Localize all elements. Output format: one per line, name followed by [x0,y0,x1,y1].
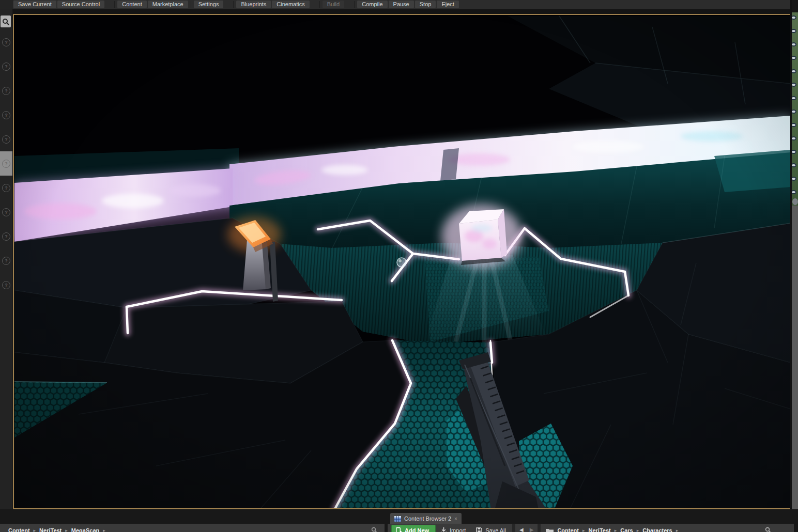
eye-icon[interactable] [792,42,796,46]
search-icon [2,18,9,25]
back-button[interactable]: ◀ [516,524,527,532]
chevron-right-icon: ▸ [676,527,679,532]
build-button: Build [323,1,344,8]
eye-icon[interactable] [792,190,796,194]
pie-toolbar: Save Current Source Control Content Mark… [13,0,792,9]
eye-icon[interactable] [792,150,796,154]
crumb-neritest[interactable]: NeriTest [39,527,62,532]
crumb-neritest[interactable]: NeriTest [588,527,610,532]
search-tab-button[interactable] [1,15,11,27]
chevron-right-icon: ▸ [637,527,639,532]
chevron-right-icon: ▸ [103,527,105,532]
import-icon [441,527,447,532]
toolbar-corner [0,0,13,9]
close-tab-icon[interactable]: × [454,516,457,522]
forward-button: ▶ [527,524,537,532]
eject-button[interactable]: Eject [437,1,458,8]
tab-label: Content Browser 2 [404,515,451,522]
blueprints-button[interactable]: Blueprints [236,1,271,8]
eye-icon[interactable] [792,56,796,60]
pause-button[interactable]: Pause [389,1,414,8]
crumb-cars[interactable]: Cars [620,527,633,532]
crumb-characters[interactable]: Characters [642,527,672,532]
help-icon: ? [2,62,10,71]
crumb-megascan[interactable]: MegaScan [71,527,99,532]
folder-icon [546,528,554,532]
collapsed-tab[interactable]: ? [0,200,12,224]
cinematics-button[interactable]: Cinematics [272,1,309,8]
eye-icon[interactable] [792,29,796,33]
game-scene [14,15,791,508]
help-icon: ? [2,281,10,289]
collapsed-tab[interactable]: ? [0,273,12,297]
right-panel-edge [792,0,798,532]
save-all-icon [476,527,482,532]
outliner-visibility-column [792,12,798,206]
chevron-right-icon: ▸ [65,527,68,532]
add-new-button[interactable]: Add New [391,525,436,532]
help-icon: ? [2,208,10,216]
eye-icon[interactable] [792,83,796,87]
help-icon: ? [2,160,10,168]
collapsed-tab-active[interactable]: ? [0,151,12,176]
eye-icon[interactable] [792,69,796,73]
eye-icon[interactable] [792,163,796,167]
path-options-icon[interactable] [371,527,377,532]
collapsed-tab[interactable]: ? [0,54,12,79]
tab-content-browser-2[interactable]: Content Browser 2 × [390,513,462,524]
search-icon[interactable] [765,527,771,532]
collapsed-tab[interactable]: ? [0,103,12,127]
eye-icon[interactable] [792,15,796,20]
save-current-button[interactable]: Save Current [13,1,56,8]
collapsed-tabs: ? ? ? ? ? ? ? ? ? ? ? [0,30,12,297]
crumb-content[interactable]: Content [557,527,579,532]
import-button[interactable]: Import [436,524,471,532]
add-new-icon [396,527,402,532]
content-browser-2-toolbar: Add New Import Save All ◀ ▶ C [388,524,794,532]
chevron-right-icon: ▸ [582,527,585,532]
import-label: Import [450,527,466,532]
settings-button[interactable]: Settings [194,1,224,8]
right-panel-header [792,0,798,12]
collapsed-tab[interactable]: ? [0,176,12,200]
collapsed-tab[interactable]: ? [0,248,12,273]
collapsed-tab[interactable]: ? [0,224,12,248]
collapsed-tab[interactable]: ? [0,30,12,54]
save-all-label: Save All [485,527,506,532]
marketplace-button[interactable]: Marketplace [148,1,188,8]
eye-icon[interactable] [792,109,796,114]
crumb-content[interactable]: Content [8,527,30,532]
compile-button[interactable]: Compile [357,1,387,8]
content-browser-icon [394,516,401,522]
eye-icon[interactable] [792,123,796,127]
stop-button[interactable]: Stop [415,1,436,8]
panel-thumb-icon [792,198,798,205]
help-icon: ? [2,135,10,144]
chevron-right-icon: ▸ [615,527,617,532]
game-viewport[interactable] [13,14,792,509]
eye-icon[interactable] [792,136,796,140]
vignette [14,15,791,508]
help-icon: ? [2,257,10,265]
save-all-button[interactable]: Save All [471,524,511,532]
help-icon: ? [2,232,10,241]
help-icon: ? [2,111,10,119]
help-icon: ? [2,184,10,192]
collapsed-tab[interactable]: ? [0,127,12,151]
add-new-label: Add New [405,527,429,532]
help-icon: ? [2,38,10,46]
eye-icon[interactable] [792,177,796,181]
left-tab-strip: ? ? ? ? ? ? ? ? ? ? ? [0,9,13,522]
collapsed-tab[interactable]: ? [0,79,12,103]
chevron-right-icon: ▸ [34,527,36,532]
content-browser-1-path-bar: Content ▸ NeriTest ▸ MegaScan ▸ [0,524,385,532]
source-control-button[interactable]: Source Control [57,1,104,8]
unreal-editor-window: Save Current Source Control Content Mark… [0,0,798,532]
help-icon: ? [2,87,10,95]
content-button[interactable]: Content [117,1,147,8]
content-browser-2-path: Content ▸ NeriTest ▸ Cars ▸ Characters ▸ [542,524,678,532]
eye-icon[interactable] [792,96,796,100]
